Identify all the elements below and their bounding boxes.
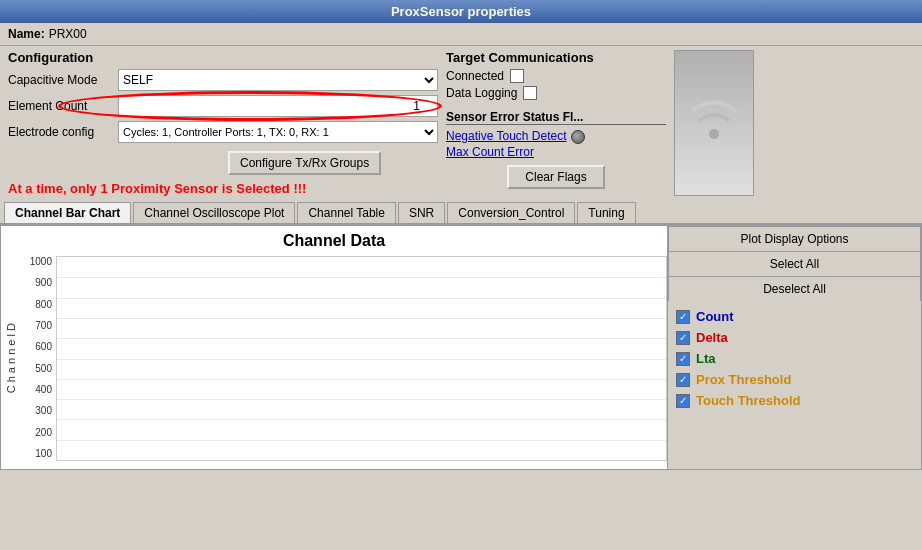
data-logging-checkbox[interactable]: [523, 86, 537, 100]
title-text: ProxSensor properties: [391, 4, 531, 19]
legend-count-label: Count: [696, 309, 734, 324]
main-top-content: Configuration Capacitive Mode SELF Eleme…: [0, 46, 922, 200]
tab-channel-oscilloscope-plot[interactable]: Channel Oscilloscope Plot: [133, 202, 295, 223]
electrode-config-row: Electrode config Cycles: 1, Controller P…: [8, 121, 438, 143]
wifi-area: [674, 50, 754, 196]
legend-delta-checkbox[interactable]: ✓: [676, 331, 690, 345]
sensor-error-title: Sensor Error Status Fl...: [446, 110, 666, 125]
capacitive-mode-label: Capacitive Mode: [8, 73, 118, 87]
max-count-error-link[interactable]: Max Count Error: [446, 145, 666, 159]
y-axis-label-container: C h a n n e l D: [1, 256, 21, 461]
grid-line-400: [57, 379, 666, 380]
legend-touch-threshold: ✓ Touch Threshold: [676, 393, 913, 408]
data-logging-row: Data Logging: [446, 86, 666, 100]
name-value: PRX00: [49, 27, 87, 41]
connected-label: Connected: [446, 69, 504, 83]
legend-touch-threshold-label: Touch Threshold: [696, 393, 800, 408]
grid-line-300: [57, 399, 666, 400]
legend-prox-threshold-label: Prox Threshold: [696, 372, 791, 387]
legend-count: ✓ Count: [676, 309, 913, 324]
clear-flags-button[interactable]: Clear Flags: [507, 165, 604, 189]
name-row: Name: PRX00: [0, 23, 922, 46]
legend-lta-checkbox[interactable]: ✓: [676, 352, 690, 366]
warning-text: At a time, only 1 Proximity Sensor is Se…: [8, 181, 438, 196]
negative-touch-row: Negative Touch Detect: [446, 129, 666, 145]
connected-checkbox[interactable]: [510, 69, 524, 83]
chart-title: Channel Data: [1, 226, 667, 256]
target-comms-title: Target Communications: [446, 50, 666, 65]
element-count-row: Element Count: [8, 95, 438, 117]
element-count-label: Element Count: [8, 99, 118, 113]
chart-body: C h a n n e l D 1000 900 800 700 600 500…: [1, 256, 667, 461]
deselect-all-button[interactable]: Deselect All: [668, 276, 921, 301]
right-panel: Plot Display Options Select All Deselect…: [667, 226, 921, 469]
data-logging-label: Data Logging: [446, 86, 517, 100]
grid-line-900: [57, 277, 666, 278]
connected-row: Connected: [446, 69, 666, 83]
tab-tuning[interactable]: Tuning: [577, 202, 635, 223]
title-bar: ProxSensor properties: [0, 0, 922, 23]
legend-lta-label: Lta: [696, 351, 716, 366]
chart-main: Channel Data C h a n n e l D 1000 900 80…: [1, 226, 667, 469]
configure-txrx-button[interactable]: Configure Tx/Rx Groups: [228, 151, 381, 175]
tab-channel-table[interactable]: Channel Table: [297, 202, 396, 223]
config-title: Configuration: [8, 50, 438, 65]
grid-line-800: [57, 298, 666, 299]
configure-btn-row: Configure Tx/Rx Groups: [118, 147, 438, 175]
legend-prox-threshold-checkbox[interactable]: ✓: [676, 373, 690, 387]
legend-prox-threshold: ✓ Prox Threshold: [676, 372, 913, 387]
negative-touch-led: [571, 130, 585, 144]
target-communications-section: Target Communications Connected Data Log…: [446, 50, 666, 196]
configuration-section: Configuration Capacitive Mode SELF Eleme…: [8, 50, 438, 196]
name-label: Name:: [8, 27, 45, 41]
grid-line-700: [57, 318, 666, 319]
plot-display-options-button[interactable]: Plot Display Options: [668, 226, 921, 251]
negative-touch-link[interactable]: Negative Touch Detect: [446, 129, 567, 143]
svg-point-0: [709, 129, 719, 139]
grid-line-200: [57, 419, 666, 420]
select-all-button[interactable]: Select All: [668, 251, 921, 276]
wifi-icon: [684, 89, 744, 157]
tab-channel-bar-chart[interactable]: Channel Bar Chart: [4, 202, 131, 223]
legend-area: ✓ Count ✓ Delta ✓ Lta ✓ Prox Threshold ✓…: [668, 301, 921, 416]
y-axis-label: C h a n n e l D: [5, 323, 17, 393]
element-count-input[interactable]: [118, 95, 438, 117]
y-axis-labels: 1000 900 800 700 600 500 400 300 200 100: [21, 256, 56, 461]
tab-snr[interactable]: SNR: [398, 202, 445, 223]
electrode-config-select[interactable]: Cycles: 1, Controller Ports: 1, TX: 0, R…: [118, 121, 438, 143]
clear-flags-container: Clear Flags: [446, 165, 666, 189]
legend-lta: ✓ Lta: [676, 351, 913, 366]
legend-count-checkbox[interactable]: ✓: [676, 310, 690, 324]
chart-plot: [56, 256, 667, 461]
capacitive-mode-select[interactable]: SELF: [118, 69, 438, 91]
grid-line-600: [57, 338, 666, 339]
grid-line-100: [57, 440, 666, 441]
tab-conversion-control[interactable]: Conversion_Control: [447, 202, 575, 223]
element-count-highlight: [118, 95, 438, 117]
grid-line-500: [57, 359, 666, 360]
electrode-config-label: Electrode config: [8, 125, 118, 139]
max-count-row: Max Count Error: [446, 145, 666, 159]
legend-delta-label: Delta: [696, 330, 728, 345]
sensor-error-section: Sensor Error Status Fl... Negative Touch…: [446, 110, 666, 189]
tabs-row: Channel Bar Chart Channel Oscilloscope P…: [0, 200, 922, 225]
capacitive-mode-row: Capacitive Mode SELF: [8, 69, 438, 91]
legend-delta: ✓ Delta: [676, 330, 913, 345]
chart-container: Channel Data C h a n n e l D 1000 900 80…: [0, 225, 922, 470]
legend-touch-threshold-checkbox[interactable]: ✓: [676, 394, 690, 408]
